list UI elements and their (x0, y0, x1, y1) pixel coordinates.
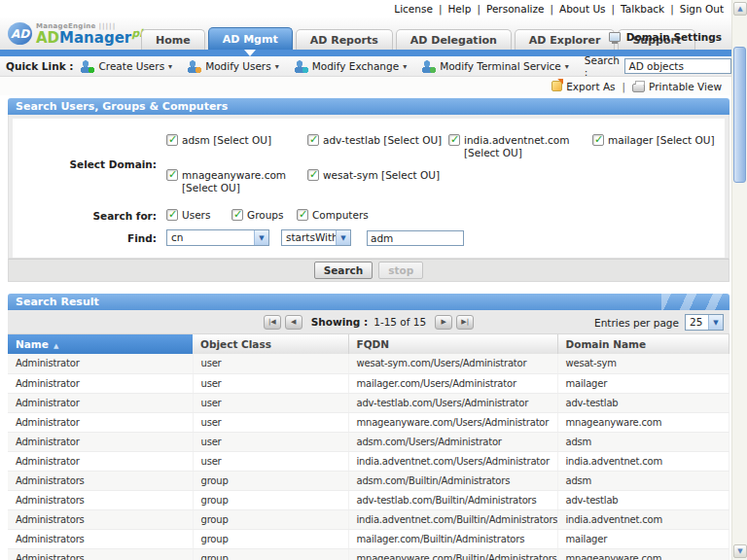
printable-view-button[interactable]: Printable View (632, 81, 722, 92)
domain-option-adv-testlab-select-ou[interactable]: adv-testlab [Select OU] (307, 134, 448, 159)
header-stripes-decoration (661, 294, 729, 310)
admanager-logo-icon: AD (8, 22, 32, 45)
checkbox-checked-icon[interactable] (297, 209, 308, 221)
cell-object-class: user (193, 354, 348, 373)
create-users-icon (81, 60, 94, 73)
checkbox-checked-icon[interactable] (592, 134, 604, 146)
cell-object-class: user (193, 373, 348, 393)
quicklink-label: Modify Users (205, 60, 271, 72)
entries-per-page-value: 25 (686, 315, 708, 330)
search-button[interactable]: Search (314, 262, 374, 279)
table-row: Administrators group mailager.com/Builti… (8, 529, 729, 548)
column-header-domain-name[interactable]: Domain Name (557, 334, 729, 354)
cell-domain-name: adsm (557, 432, 729, 451)
toplink-sign-out[interactable]: Sign Out (664, 3, 724, 15)
domain-option-adsm-select-ou[interactable]: adsm [Select OU] (166, 134, 307, 159)
tab-ad-delegation[interactable]: AD Delegation (396, 29, 512, 50)
tab-ad-reports[interactable]: AD Reports (296, 29, 393, 50)
toplink-personalize[interactable]: Personalize (471, 3, 544, 15)
domain-option-label: wesat-sym [Select OU] (323, 169, 440, 182)
toplink-license[interactable]: License (394, 3, 433, 15)
export-as-label: Export As (566, 81, 615, 92)
checkbox-checked-icon[interactable] (307, 169, 319, 181)
checkbox-checked-icon[interactable] (166, 134, 178, 146)
find-text-input[interactable] (367, 230, 464, 246)
results-table-body: Administrator user wesat-sym.com/Users/A… (8, 354, 729, 560)
export-as-button[interactable]: Export As (551, 81, 615, 92)
find-attribute-select[interactable]: cn ▼ (166, 229, 269, 246)
pagination-bar: |◀ ◀ Showing : 1-15 of 15 ▶ ▶| Entries p… (8, 310, 729, 334)
column-header-name[interactable]: Name▲ (8, 334, 193, 354)
checkbox-checked-icon[interactable] (166, 169, 178, 181)
tab-label: Home (156, 34, 191, 47)
vertical-scrollbar[interactable] (731, 0, 747, 560)
admanager-logo[interactable]: AD ManageEngine ||||| ADManagerplus (8, 18, 157, 47)
quicklink-modify-terminal-service[interactable]: Modify Terminal Service ▾ (422, 60, 569, 73)
chevron-down-icon: ▾ (275, 62, 279, 71)
cell-object-class: group (193, 471, 348, 490)
domain-settings-button[interactable]: Domain Settings (609, 31, 722, 43)
domain-option-mnageanyware-com-select-ou[interactable]: mnageanyware.com [Select OU] (166, 169, 307, 194)
cell-name: Administrator (8, 354, 193, 373)
cell-domain-name: mailager (557, 373, 729, 393)
toplink-talkback[interactable]: Talkback (606, 3, 665, 15)
results-table-header-row: Name▲ Object Class FQDN Domain Name (8, 334, 729, 354)
cell-fqdn: mnageanyware.com/Builtin/Administrators (348, 548, 557, 560)
table-row: Administrator user mnageanyware.com/User… (8, 412, 729, 432)
table-row: Administrators group india.adventnet.com… (8, 509, 729, 529)
table-row: Administrator user adv-testlab.com/Users… (8, 393, 729, 412)
search-for-row: Search for: Users Groups (20, 209, 717, 222)
next-page-button[interactable]: ▶ (435, 315, 452, 330)
table-row: Administrator user adsm.com/Users/Admini… (8, 432, 729, 451)
last-page-button[interactable]: ▶| (456, 315, 474, 330)
scrollbar-up-arrow[interactable] (733, 2, 747, 16)
search-for-option-label: Users (182, 209, 210, 222)
quick-link-items: Create Users ▾ Modify Users ▾ Modify Exc… (81, 60, 584, 73)
showing-label: Showing : (311, 316, 368, 328)
scrollbar-down-arrow[interactable] (733, 544, 747, 558)
column-header-object-class[interactable]: Object Class (193, 334, 348, 354)
checkbox-checked-icon[interactable] (166, 209, 178, 221)
first-page-button[interactable]: |◀ (264, 315, 281, 330)
chevron-down-icon: ▼ (336, 230, 350, 245)
cell-domain-name: india.adventnet.com (557, 451, 729, 471)
search-panel-title: Search Users, Groups & Computers (16, 100, 228, 113)
cell-object-class: group (193, 509, 348, 529)
entries-per-page-select[interactable]: 25 ▼ (685, 314, 724, 331)
scrollbar-thumb[interactable] (733, 47, 746, 183)
search-for-option-users[interactable]: Users (166, 209, 231, 222)
quicklink-create-users[interactable]: Create Users ▾ (81, 60, 172, 73)
tab-label: AD Mgmt (223, 33, 278, 46)
domain-option-mailager-select-ou[interactable]: mailager [Select OU] (592, 134, 729, 159)
domain-checkbox-grid: adsm [Select OU] adv-testlab [Select OU]… (166, 134, 729, 194)
tab-ad-mgmt[interactable]: AD Mgmt (208, 27, 293, 50)
toplink-about-us[interactable]: About Us (544, 3, 605, 15)
domain-option-wesat-sym-select-ou[interactable]: wesat-sym [Select OU] (307, 169, 448, 194)
chevron-down-icon: ▾ (403, 62, 407, 71)
search-input[interactable] (624, 58, 731, 74)
toplink-help[interactable]: Help (433, 3, 472, 15)
checkbox-checked-icon[interactable] (307, 134, 319, 146)
previous-page-button[interactable]: ◀ (285, 315, 302, 330)
domain-settings-icon (609, 32, 621, 42)
checkbox-checked-icon[interactable] (448, 134, 460, 146)
find-operator-select[interactable]: startsWith ▼ (281, 229, 351, 246)
cell-fqdn: india.adventnet.com/Builtin/Administrato… (348, 509, 557, 529)
cell-domain-name: adsm (557, 471, 729, 490)
domain-settings-label: Domain Settings (626, 31, 722, 43)
quicklink-modify-users[interactable]: Modify Users ▾ (188, 60, 279, 73)
checkbox-checked-icon[interactable] (231, 209, 243, 221)
quick-link-label: Quick Link : (6, 60, 73, 72)
search-for-option-computers[interactable]: Computers (297, 209, 362, 222)
table-row: Administrators group adv-testlab.com/Bui… (8, 490, 729, 509)
stop-button[interactable]: stop (378, 262, 423, 279)
domain-option-label: mailager [Select OU] (608, 134, 715, 147)
domain-option-india-adventnet-com-select-ou[interactable]: india.adventnet.com [Select OU] (448, 134, 592, 159)
tab-home[interactable]: Home (141, 29, 205, 50)
quicklink-modify-exchange[interactable]: Modify Exchange ▾ (295, 60, 407, 73)
column-header-fqdn[interactable]: FQDN (348, 334, 557, 354)
search-for-option-label: Computers (312, 209, 369, 222)
modify-users-icon (188, 60, 201, 73)
tab-ad-explorer[interactable]: AD Explorer (515, 29, 616, 50)
search-for-option-groups[interactable]: Groups (231, 209, 297, 222)
